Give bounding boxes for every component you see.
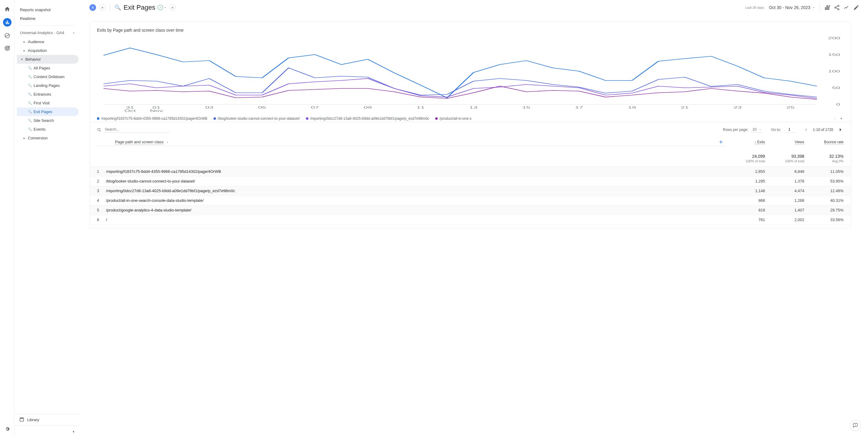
metric-header-views[interactable]: Views (765, 140, 804, 145)
search-icon (97, 128, 101, 132)
total-bounce-rate: 32.13%Avg 0% (804, 154, 843, 163)
page-header: A + 🔍 Exit Pages ✓ + Last 28 days Oct 30… (81, 0, 868, 15)
chart-legend: /reporting/f1837c75-6dd4-4355-9966-ca178… (90, 113, 851, 122)
table-row[interactable]: 5/product/google-analytics-4-data-studio… (90, 205, 851, 215)
svg-text:200: 200 (828, 36, 840, 40)
reports-icon[interactable] (3, 18, 11, 27)
nav-group-acquisition[interactable]: ▸Acquisition (17, 46, 79, 55)
svg-text:11: 11 (416, 106, 425, 109)
table-controls: Rows per page: 10 Go to: 1-10 of 1720 (90, 122, 851, 136)
verified-icon[interactable]: ✓ (158, 5, 163, 10)
table-row[interactable]: 6/7812,00233.56% (90, 215, 851, 225)
nav-item-exit-pages[interactable]: 🔍Exit Pages (17, 107, 79, 116)
nav-item-first-visit[interactable]: 🔍First Visit (17, 99, 79, 107)
collapse-sidebar[interactable] (14, 425, 81, 438)
nav-item-all-pages[interactable]: 🔍All Pages (17, 64, 79, 72)
svg-text:Oct: Oct (124, 109, 136, 112)
nav-section-header[interactable]: Universal Analytics - GA4 (17, 28, 79, 37)
svg-text:21: 21 (681, 106, 689, 109)
table-header: Page path and screen class + ↓ ExitsView… (90, 136, 851, 149)
svg-text:17: 17 (575, 106, 583, 109)
nav-item-content-drilldown[interactable]: 🔍Content Drilldown (17, 72, 79, 81)
svg-text:13: 13 (469, 106, 477, 109)
total-views: 93,398100% of total (765, 154, 804, 163)
rows-per-page-label: Rows per page: (723, 128, 748, 132)
legend-item[interactable]: /reporting/0dcc27d8-13a8-4025-b9dd-a09e1… (306, 116, 429, 121)
chevron-down-icon[interactable] (164, 6, 167, 9)
svg-text:03: 03 (205, 106, 213, 109)
legend-item[interactable]: /product/all-in-one-s (435, 116, 471, 121)
add-card-button[interactable]: + (169, 4, 176, 11)
feedback-button[interactable] (850, 420, 861, 431)
svg-text:150: 150 (828, 53, 840, 57)
nav-realtime[interactable]: Realtime (17, 14, 79, 23)
table-row[interactable]: 2/blog/looker-studio-cannot-connect-to-y… (90, 176, 851, 186)
nav-group-audience[interactable]: ▸Audience (17, 37, 79, 46)
svg-text:09: 09 (364, 106, 372, 109)
svg-point-3 (7, 48, 7, 48)
table-row[interactable]: 4/product/all-in-one-search-console-data… (90, 196, 851, 205)
legend-next-icon[interactable] (839, 116, 843, 121)
nav-item-entrances[interactable]: 🔍Entrances (17, 90, 79, 99)
date-preset-label: Last 28 days (745, 6, 764, 9)
svg-text:15: 15 (522, 106, 530, 109)
edit-icon[interactable] (853, 4, 860, 11)
dimension-picker[interactable]: Page path and screen class (115, 140, 163, 145)
add-comparison-button[interactable]: + (99, 4, 106, 11)
nav-group-conversion[interactable]: ▸Conversion (17, 134, 79, 142)
legend-prev-icon[interactable] (833, 116, 837, 121)
nav-item-site-search[interactable]: 🔍Site Search (17, 116, 79, 125)
svg-rect-34 (855, 424, 856, 425)
library-link[interactable]: Library (14, 414, 81, 425)
svg-text:23: 23 (734, 106, 742, 109)
svg-text:100: 100 (828, 69, 840, 73)
table-row[interactable]: 3/reporting/0dcc27d8-13a8-4025-b9dd-a09e… (90, 186, 851, 196)
nav-group-behavior[interactable]: ▾Behavior (17, 55, 79, 64)
audience-chip[interactable]: A (89, 4, 96, 11)
legend-item[interactable]: /blog/looker-studio-cannot-connect-to-yo… (214, 116, 300, 121)
svg-text:Nov: Nov (150, 109, 163, 112)
search-icon: 🔍 (115, 4, 121, 11)
svg-rect-5 (825, 7, 826, 10)
svg-text:05: 05 (258, 106, 266, 109)
explore-icon[interactable] (4, 32, 11, 39)
totals-row: 24,099100% of total93,398100% of total32… (90, 149, 851, 167)
nav-item-events[interactable]: 🔍Events (17, 125, 79, 134)
total-exits: 24,099100% of total (726, 154, 765, 163)
line-chart[interactable]: 05010015020031Oct01Nov030507091113151719… (97, 35, 843, 113)
next-page-icon[interactable] (837, 127, 843, 133)
table-row[interactable]: 1/reporting/f1837c75-6dd4-4355-9966-ca17… (90, 167, 851, 176)
nav-rail (0, 0, 14, 438)
advertising-icon[interactable] (4, 45, 11, 52)
sidebar: Reports snapshotRealtimeUniversal Analyt… (14, 0, 81, 438)
rows-per-page-select[interactable]: 10 (751, 127, 763, 132)
svg-text:07: 07 (311, 106, 319, 109)
customize-report-icon[interactable] (824, 4, 831, 11)
svg-rect-4 (20, 418, 24, 421)
share-icon[interactable] (834, 4, 840, 11)
svg-text:19: 19 (628, 106, 636, 109)
report-card: Exits by Page path and screen class over… (89, 22, 851, 229)
insights-icon[interactable] (843, 4, 850, 11)
home-icon[interactable] (4, 5, 11, 13)
svg-rect-7 (828, 7, 829, 10)
svg-text:50: 50 (832, 86, 840, 90)
legend-item[interactable]: /reporting/f1837c75-6dd4-4355-9966-ca178… (97, 116, 208, 121)
page-title: Exit Pages (124, 4, 155, 11)
page-range: 1-10 of 1720 (813, 128, 833, 132)
svg-point-33 (98, 128, 100, 131)
svg-rect-6 (827, 5, 828, 9)
goto-page-input[interactable] (783, 126, 796, 133)
metric-header-bounce-rate[interactable]: Bounce rate (804, 140, 843, 145)
nav-item-landing-pages[interactable]: 🔍Landing Pages (17, 81, 79, 90)
svg-text:0: 0 (836, 103, 840, 106)
table-search-input[interactable] (103, 126, 170, 133)
metric-header-exits[interactable]: ↓ Exits (726, 140, 765, 145)
nav-reports-snapshot[interactable]: Reports snapshot (17, 5, 79, 14)
chevron-down-icon[interactable] (166, 141, 169, 144)
svg-text:25: 25 (786, 106, 795, 109)
prev-page-icon[interactable] (803, 127, 809, 133)
admin-icon[interactable] (4, 425, 11, 433)
date-range-picker[interactable]: Oct 30 - Nov 26, 2023 (769, 5, 815, 10)
add-dimension-button[interactable]: + (719, 139, 723, 146)
